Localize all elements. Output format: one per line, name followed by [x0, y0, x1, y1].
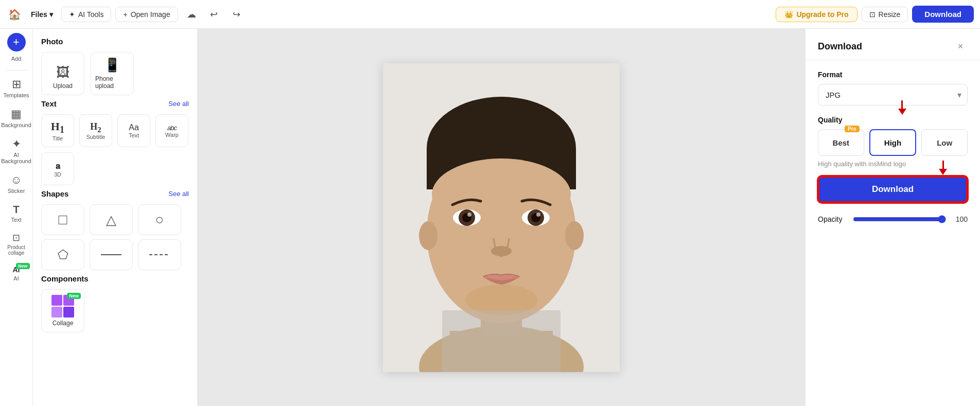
- home-button[interactable]: 🏠: [6, 6, 23, 23]
- arrow-indicator-2: [939, 161, 947, 175]
- sidebar-item-label: AI: [13, 275, 19, 281]
- resize-icon: ⊡: [869, 10, 876, 19]
- dp-close-button[interactable]: ×: [953, 39, 968, 54]
- text-label-el: Text: [129, 132, 139, 138]
- text-section-title: Text: [41, 99, 57, 108]
- left-sidebar: + Add ⊞ Templates ▦ Background ✦ AI Back…: [0, 29, 33, 406]
- quality-high-button[interactable]: High: [869, 129, 917, 156]
- text-subtitle-item[interactable]: H2 Subtitle: [79, 114, 112, 147]
- plus-icon: +: [13, 36, 20, 49]
- format-wrapper: JPG PNG WEBP PDF ▾: [818, 84, 968, 105]
- phone-upload-item[interactable]: 📱 Phone upload: [91, 52, 134, 95]
- shapes-section-title: Shapes: [41, 189, 68, 198]
- text-3d-item[interactable]: 𝐚 3D: [41, 152, 74, 185]
- cloud-button[interactable]: ☁: [182, 5, 201, 24]
- svg-point-18: [536, 213, 540, 217]
- format-select[interactable]: JPG PNG WEBP PDF: [818, 84, 968, 105]
- collage-item[interactable]: New Collage: [41, 289, 84, 332]
- arrow-head: [898, 109, 906, 115]
- components-row: New Collage: [41, 289, 189, 332]
- dash-line-shape: [149, 254, 170, 255]
- opacity-label: Opacity: [818, 215, 847, 223]
- sidebar-divider: [6, 70, 27, 70]
- sidebar-item-background[interactable]: ▦ Background: [2, 104, 31, 132]
- quality-best-button[interactable]: Pro Best: [818, 129, 864, 156]
- arrow-head-2: [939, 169, 947, 175]
- sidebar-item-sticker[interactable]: ☺ Sticker: [2, 170, 31, 198]
- svg-point-19: [491, 246, 512, 256]
- phone-upload-label: Phone upload: [95, 75, 129, 90]
- undo-button[interactable]: ↩: [205, 5, 223, 24]
- dp-header: Download ×: [806, 29, 980, 60]
- 3d-label: 3D: [54, 171, 61, 178]
- svg-point-14: [467, 213, 471, 217]
- text-warp-item[interactable]: abc Warp: [155, 114, 188, 147]
- download-panel: Download × Format JPG PNG WEBP PDF ▾: [805, 29, 980, 406]
- collage-label: Collage: [52, 320, 74, 327]
- text-icon: T: [13, 204, 19, 215]
- sidebar-item-templates[interactable]: ⊞ Templates: [2, 75, 31, 102]
- warp-label: Warp: [165, 132, 179, 138]
- text-title-item[interactable]: H1 Title: [41, 114, 74, 147]
- opacity-slider[interactable]: [853, 215, 946, 223]
- canvas-wrapper: ‹: [198, 29, 805, 406]
- shape-circle[interactable]: ○: [138, 204, 181, 235]
- ai-background-icon: ✦: [12, 138, 21, 150]
- sidebar-item-label: Product collage: [4, 244, 29, 256]
- shapes-see-all-link[interactable]: See all: [168, 190, 189, 198]
- upload-icon: 🖼: [56, 64, 69, 80]
- quality-label: Quality: [818, 116, 968, 124]
- dp-body: Format JPG PNG WEBP PDF ▾ Quality: [806, 60, 980, 406]
- download-btn-wrapper: Download: [818, 176, 968, 203]
- templates-icon: ⊞: [12, 79, 21, 90]
- components-section-header: Components: [41, 274, 189, 283]
- shape-triangle[interactable]: △: [90, 204, 133, 235]
- background-icon: ▦: [11, 109, 22, 120]
- new-badge: New: [16, 263, 30, 269]
- upload-item[interactable]: 🖼 Upload: [41, 52, 84, 95]
- collage-new-badge: New: [67, 293, 81, 299]
- open-image-button[interactable]: + Open Image: [115, 7, 178, 22]
- photo-section-title: Photo: [41, 37, 189, 46]
- 3d-symbol: 𝐚: [56, 161, 60, 171]
- resize-button[interactable]: ⊡ Resize: [862, 7, 908, 22]
- sidebar-item-label: Templates: [3, 92, 29, 98]
- opacity-row: Opacity 100: [818, 215, 968, 223]
- text-text-item[interactable]: Aa Text: [117, 114, 150, 147]
- pro-badge: Pro: [845, 126, 860, 132]
- line-shape: [101, 254, 121, 255]
- product-collage-icon: ⊡: [12, 233, 20, 242]
- header: 🏠 Files ▾ ✦ AI Tools + Open Image ☁ ↩ ↪ …: [0, 0, 980, 29]
- canvas-image: [383, 63, 620, 372]
- sidebar-item-ai[interactable]: AI AI New: [2, 262, 31, 286]
- title-label: Title: [52, 135, 63, 142]
- shape-line[interactable]: [90, 239, 133, 270]
- sidebar-item-text[interactable]: T Text: [2, 200, 31, 227]
- shape-dash-line[interactable]: [138, 239, 181, 270]
- sidebar-item-ai-background[interactable]: ✦ AI Background: [2, 134, 31, 168]
- face-svg: [383, 63, 620, 372]
- text-symbol: Aa: [129, 123, 139, 132]
- upgrade-button[interactable]: 👑 Upgrade to Pro: [776, 7, 857, 22]
- header-download-button[interactable]: Download: [912, 6, 974, 23]
- redo-button[interactable]: ↪: [227, 5, 246, 24]
- sidebar-item-product-collage[interactable]: ⊡ Product collage: [2, 229, 31, 260]
- quality-section: Quality Pro Best High Low High quality w…: [818, 116, 968, 203]
- quality-low-button[interactable]: Low: [921, 129, 968, 156]
- shapes-row-1: □ △ ○: [41, 204, 189, 235]
- ai-tools-button[interactable]: ✦ AI Tools: [61, 7, 112, 22]
- text-see-all-link[interactable]: See all: [168, 100, 189, 108]
- text-items-row: H1 Title H2 Subtitle Aa Text abc Warp 𝐚 …: [41, 114, 189, 185]
- phone-icon: 📱: [104, 57, 120, 73]
- warp-symbol: abc: [167, 124, 177, 132]
- shape-square[interactable]: □: [41, 204, 84, 235]
- subtitle-label: Subtitle: [86, 134, 106, 140]
- subtitle-symbol: H2: [90, 121, 101, 134]
- canvas-area[interactable]: [198, 29, 805, 406]
- quality-row: Pro Best High Low: [818, 129, 968, 156]
- download-button[interactable]: Download: [818, 176, 968, 203]
- sidebar-item-label: AI Background: [1, 152, 31, 164]
- shape-pentagon[interactable]: ⬠: [41, 239, 84, 270]
- files-button[interactable]: Files ▾: [27, 8, 57, 21]
- add-button[interactable]: +: [7, 33, 26, 51]
